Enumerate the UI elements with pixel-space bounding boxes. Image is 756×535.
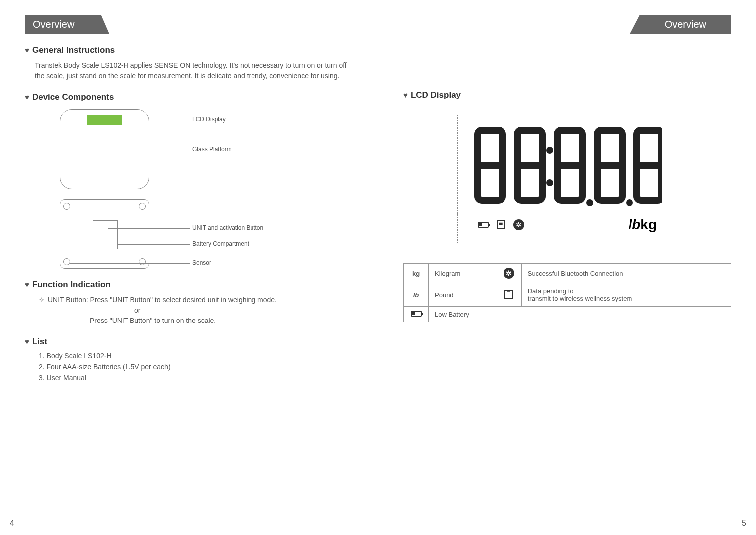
unit-lb-label: lb — [628, 217, 640, 232]
page-number-left: 4 — [10, 519, 14, 528]
callout-glass: Glass Platform — [192, 146, 232, 153]
seven-segment-digits — [473, 125, 662, 210]
data-pending-icon — [504, 290, 513, 299]
page-number-right: 5 — [742, 519, 746, 528]
function-or: or — [134, 305, 353, 316]
heading-lcd-display: LCD Display — [403, 90, 731, 100]
heading-general-instructions: General Instructions — [25, 45, 353, 55]
legend-icon-data — [497, 283, 521, 307]
legend-icon-lb: lb — [404, 283, 429, 307]
legend-icon-bt: ✲ — [497, 264, 521, 283]
page-left: Overview General Instructions Transtek B… — [0, 0, 378, 535]
svg-point-13 — [626, 199, 633, 206]
lcd-display-diagram: ✲ lbkg — [403, 115, 731, 243]
bluetooth-icon: ✲ — [513, 219, 524, 230]
data-pending-icon — [497, 220, 505, 229]
legend-table: kg Kilogram ✲ Successful Bluetooth Conne… — [403, 263, 731, 322]
bluetooth-icon: ✲ — [504, 268, 514, 279]
device-top-view: LCD Display Glass Platform — [60, 109, 149, 189]
foot-icon — [139, 203, 146, 210]
legend-text-battery: Low Battery — [429, 307, 731, 322]
lcd-box — [87, 115, 122, 125]
legend-icon-battery — [404, 307, 429, 322]
page-right: Overview LCD Display — [378, 0, 756, 535]
svg-point-11 — [546, 179, 553, 186]
heading-device-components: Device Components — [25, 92, 353, 102]
list-item: 2. Four AAA-size Batteries (1.5V per eac… — [39, 363, 353, 371]
foot-icon — [139, 258, 146, 265]
callout-lcd: LCD Display — [192, 116, 226, 123]
legend-text-kg: Kilogram — [429, 264, 497, 283]
table-row: kg Kilogram ✲ Successful Bluetooth Conne… — [404, 264, 731, 283]
legend-icon-kg: kg — [404, 264, 429, 283]
foot-icon — [63, 258, 70, 265]
legend-text-data: Data pending totransmit to wireless well… — [521, 283, 731, 307]
legend-text-bt: Successful Bluetooth Connection — [521, 264, 731, 283]
section-tab-right: Overview — [630, 15, 731, 34]
section-tab-left: Overview — [25, 15, 109, 34]
function-line2: Press "UNIT Button" to turn on the scale… — [90, 316, 353, 326]
device-bottom-view: UNIT and activation Button Battery Compa… — [60, 199, 149, 269]
callout-sensor: Sensor — [192, 259, 211, 266]
table-row: lb Pound Data pending totransmit to wire… — [404, 283, 731, 307]
heading-list: List — [25, 337, 353, 347]
battery-icon — [411, 311, 422, 317]
battery-compartment-box — [93, 220, 118, 249]
unit-kg-label: kg — [640, 217, 657, 232]
legend-text-lb: Pound — [429, 283, 497, 307]
table-row: Low Battery — [404, 307, 731, 322]
device-diagram: LCD Display Glass Platform UNIT and acti… — [60, 109, 353, 269]
function-line1: UNIT Button: Press "UNIT Button" to sele… — [39, 295, 353, 305]
list-item: 3. User Manual — [39, 374, 353, 382]
general-instructions-text: Transtek Body Scale LS102-H applies SENS… — [35, 60, 353, 81]
battery-icon — [478, 222, 489, 228]
svg-point-12 — [586, 199, 593, 206]
list-item: 1. Body Scale LS102-H — [39, 352, 353, 360]
svg-point-10 — [546, 147, 553, 154]
foot-icon — [63, 203, 70, 210]
callout-unit-button: UNIT and activation Button — [192, 224, 263, 231]
heading-function-indication: Function Indication — [25, 280, 353, 290]
lcd-screen: ✲ lbkg — [457, 115, 677, 243]
callout-battery: Battery Compartment — [192, 240, 249, 247]
